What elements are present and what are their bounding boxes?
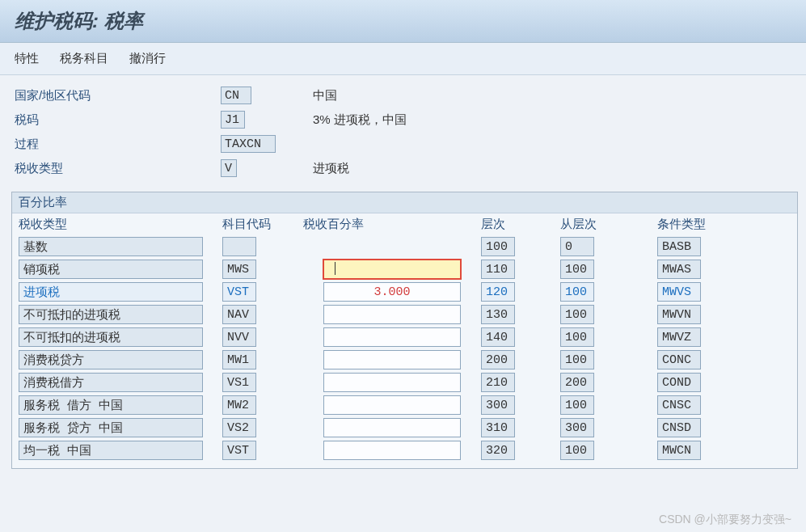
from-level-cell[interactable] [560,395,594,415]
col-header-cond: 条件类型 [657,217,754,232]
acct-cell[interactable] [222,441,256,460]
taxtype-cell[interactable] [19,395,203,415]
menu-accounts[interactable]: 税务科目 [60,51,108,66]
col-header-acct: 科目代码 [222,217,303,232]
acct-cell[interactable] [222,395,256,415]
level-cell[interactable] [481,260,515,279]
grid-body [12,235,797,468]
percent-cell[interactable] [323,373,461,392]
table-row [19,326,791,348]
from-level-cell[interactable] [560,350,594,369]
level-cell[interactable] [481,327,515,347]
country-code-field[interactable] [221,87,251,104]
percentage-section: 百分比率 税收类型 科目代码 税收百分率 层次 从层次 条件类型 [11,192,798,469]
level-cell[interactable] [481,441,515,460]
table-row [19,394,791,416]
condition-type-cell[interactable] [657,373,701,392]
acct-cell[interactable] [222,260,256,279]
acct-cell[interactable] [222,327,256,347]
table-row [19,348,791,371]
table-row [19,371,791,394]
from-level-cell[interactable] [560,373,594,392]
taxtype-cell[interactable] [19,327,203,347]
level-cell[interactable] [481,395,515,415]
acct-cell[interactable] [222,418,256,437]
taxtype-cell[interactable] [19,260,203,279]
menu-bar: 特性 税务科目 撤消行 [0,43,806,75]
menu-deactivate-line[interactable]: 撤消行 [129,51,166,66]
taxtype-cell[interactable] [19,441,203,460]
table-row [19,281,791,303]
from-level-cell[interactable] [560,327,594,347]
acct-cell[interactable] [222,305,256,324]
col-header-level: 层次 [481,217,560,232]
from-level-cell[interactable] [560,441,594,460]
table-row [19,235,791,258]
table-row [19,416,791,439]
acct-cell[interactable] [222,282,256,302]
table-row [19,258,791,281]
taxtype-cell[interactable] [19,237,203,256]
taxtype-desc: 进项税 [313,161,349,176]
procedure-field[interactable] [221,135,276,153]
table-row [19,439,791,462]
page-title: 维护税码: 税率 [15,8,791,34]
from-level-cell[interactable] [560,418,594,437]
col-header-taxtype: 税收类型 [19,217,222,232]
level-cell[interactable] [481,418,515,437]
acct-cell[interactable] [222,350,256,369]
taxtype-label: 税收类型 [15,161,221,176]
level-cell[interactable] [481,282,515,302]
taxtype-cell[interactable] [19,282,203,302]
condition-type-cell[interactable] [657,282,701,302]
taxtype-cell[interactable] [19,305,203,324]
country-name: 中国 [313,88,337,103]
level-cell[interactable] [481,305,515,324]
section-title: 百分比率 [12,192,797,213]
taxtype-field[interactable] [221,159,237,177]
from-level-cell[interactable] [560,282,594,302]
taxcode-field[interactable] [221,111,245,129]
watermark: CSDN @小部要努力变强~ [659,513,791,527]
percent-cell[interactable] [323,441,461,460]
from-level-cell[interactable] [560,237,594,256]
percent-cell[interactable] [323,282,461,302]
percent-cell[interactable] [323,260,461,279]
level-cell[interactable] [481,373,515,392]
condition-type-cell[interactable] [657,350,701,369]
percent-cell[interactable] [323,395,461,415]
from-level-cell[interactable] [560,305,594,324]
acct-cell[interactable] [222,237,256,256]
condition-type-cell[interactable] [657,260,701,279]
procedure-label: 过程 [15,137,221,152]
taxcode-label: 税码 [15,112,221,128]
title-bar: 维护税码: 税率 [0,0,806,43]
col-header-from: 从层次 [560,217,657,232]
country-label: 国家/地区代码 [15,88,221,103]
condition-type-cell[interactable] [657,441,701,460]
menu-properties[interactable]: 特性 [15,51,39,66]
condition-type-cell[interactable] [657,418,701,437]
percent-cell[interactable] [323,418,461,437]
acct-cell[interactable] [222,373,256,392]
taxcode-desc: 3% 进项税，中国 [313,112,407,128]
grid-header: 税收类型 科目代码 税收百分率 层次 从层次 条件类型 [12,213,797,235]
from-level-cell[interactable] [560,260,594,279]
condition-type-cell[interactable] [657,305,701,324]
header-form: 国家/地区代码 中国 税码 3% 进项税，中国 过程 税收类型 进项税 [0,75,806,185]
condition-type-cell[interactable] [657,237,701,256]
condition-type-cell[interactable] [657,395,701,415]
condition-type-cell[interactable] [657,327,701,347]
col-header-pct: 税收百分率 [303,217,481,232]
level-cell[interactable] [481,350,515,369]
taxtype-cell[interactable] [19,373,203,392]
percent-cell[interactable] [323,305,461,324]
taxtype-cell[interactable] [19,350,203,369]
percent-cell[interactable] [323,350,461,369]
table-row [19,303,791,326]
level-cell[interactable] [481,237,515,256]
percent-cell[interactable] [323,327,461,347]
taxtype-cell[interactable] [19,418,203,437]
